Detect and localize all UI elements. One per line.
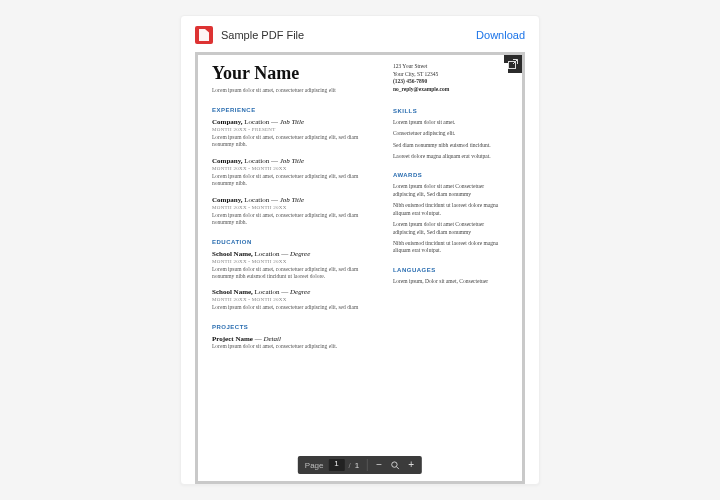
- projects-section: PROJECTS Project Name — Detail Lorem ips…: [212, 324, 379, 350]
- section-title-education: EDUCATION: [212, 239, 379, 245]
- entry-heading: School Name, Location — Degree: [212, 288, 379, 296]
- zoom-in-button[interactable]: +: [404, 458, 418, 472]
- section-title-skills: SKILLS: [393, 108, 508, 114]
- toolbar-divider: [367, 459, 368, 471]
- contact-phone: (123) 456-7890: [393, 78, 508, 86]
- skill-line: Sed diam nonummy nibh euismod tincidunt.: [393, 142, 508, 149]
- zoom-out-button[interactable]: −: [372, 458, 386, 472]
- entry-heading: Project Name — Detail: [212, 335, 379, 343]
- award-line: Lorem ipsum dolor sit amet Consectetuer …: [393, 221, 508, 236]
- skills-section: SKILLS Lorem ipsum dolor sit amet. Conse…: [393, 108, 508, 161]
- contact-block: 123 Your Street Your City, ST 12345 (123…: [393, 63, 508, 94]
- svg-point-1: [392, 461, 397, 466]
- resume-name: Your Name: [212, 63, 379, 84]
- pdf-icon: [195, 26, 213, 44]
- entry-body: Lorem ipsum dolor sit amet, consectetuer…: [212, 266, 379, 281]
- entry-dates: MONTH 20XX - MONTH 20XX: [212, 166, 379, 171]
- card-header: Sample PDF File Download: [181, 16, 539, 52]
- education-entry: School Name, Location — Degree MONTH 20X…: [212, 288, 379, 311]
- experience-entry: Company, Location — Job Title MONTH 20XX…: [212, 118, 379, 149]
- entry-heading: Company, Location — Job Title: [212, 196, 379, 204]
- experience-entry: Company, Location — Job Title MONTH 20XX…: [212, 196, 379, 227]
- languages-line: Lorem ipsum, Dolor sit amet, Consectetue…: [393, 278, 508, 285]
- current-page-input[interactable]: 1: [329, 459, 345, 471]
- awards-section: AWARDS Lorem ipsum dolor sit amet Consec…: [393, 172, 508, 254]
- entry-dates: MONTH 20XX - MONTH 20XX: [212, 205, 379, 210]
- file-title: Sample PDF File: [221, 29, 476, 41]
- entry-body: Lorem ipsum dolor sit amet, consectetuer…: [212, 173, 379, 188]
- page-label: Page: [302, 461, 327, 470]
- experience-section: EXPERIENCE Company, Location — Job Title…: [212, 107, 379, 227]
- award-line: Nibh euismod tincidunt ut laoreet dolore…: [393, 202, 508, 217]
- skill-line: Laoreet dolore magna aliquam erat volutp…: [393, 153, 508, 160]
- project-entry: Project Name — Detail Lorem ipsum dolor …: [212, 335, 379, 350]
- experience-entry: Company, Location — Job Title MONTH 20XX…: [212, 157, 379, 188]
- section-title-projects: PROJECTS: [212, 324, 379, 330]
- pdf-preview-card: Sample PDF File Download Your Name Lorem…: [180, 15, 540, 485]
- entry-dates: MONTH 20XX - MONTH 20XX: [212, 259, 379, 264]
- section-title-awards: AWARDS: [393, 172, 508, 178]
- entry-heading: School Name, Location — Degree: [212, 250, 379, 258]
- document-page: Your Name Lorem ipsum dolor sit amet, co…: [212, 63, 508, 481]
- resume-tagline: Lorem ipsum dolor sit amet, consectetuer…: [212, 87, 379, 93]
- contact-city: Your City, ST 12345: [393, 71, 508, 79]
- svg-line-2: [396, 466, 399, 469]
- pdf-viewer-frame: Your Name Lorem ipsum dolor sit amet, co…: [195, 52, 525, 484]
- section-title-languages: LANGUAGES: [393, 267, 508, 273]
- zoom-button[interactable]: [388, 458, 402, 472]
- languages-section: LANGUAGES Lorem ipsum, Dolor sit amet, C…: [393, 267, 508, 285]
- total-pages: 1: [355, 461, 363, 470]
- side-column: 123 Your Street Your City, ST 12345 (123…: [393, 63, 508, 481]
- popout-icon: [508, 59, 518, 69]
- entry-body: Lorem ipsum dolor sit amet, consectetuer…: [212, 212, 379, 227]
- page-separator: /: [347, 461, 353, 470]
- education-entry: School Name, Location — Degree MONTH 20X…: [212, 250, 379, 281]
- skill-line: Lorem ipsum dolor sit amet.: [393, 119, 508, 126]
- magnifier-icon: [391, 461, 400, 470]
- entry-heading: Company, Location — Job Title: [212, 118, 379, 126]
- section-title-experience: EXPERIENCE: [212, 107, 379, 113]
- award-line: Nibh euismod tincidunt ut laoreet dolore…: [393, 240, 508, 255]
- download-link[interactable]: Download: [476, 29, 525, 41]
- skill-line: Consectetuer adipiscing elit.: [393, 130, 508, 137]
- entry-dates: MONTH 20XX - MONTH 20XX: [212, 297, 379, 302]
- contact-street: 123 Your Street: [393, 63, 508, 71]
- entry-body: Lorem ipsum dolor sit amet, consectetuer…: [212, 343, 379, 350]
- pdf-toolbar: Page 1 / 1 − +: [298, 456, 422, 474]
- entry-dates: MONTH 20XX - PRESENT: [212, 127, 379, 132]
- entry-body: Lorem ipsum dolor sit amet, consectetuer…: [212, 134, 379, 149]
- award-line: Lorem ipsum dolor sit amet Consectetuer …: [393, 183, 508, 198]
- entry-heading: Company, Location — Job Title: [212, 157, 379, 165]
- education-section: EDUCATION School Name, Location — Degree…: [212, 239, 379, 312]
- main-column: Your Name Lorem ipsum dolor sit amet, co…: [212, 63, 379, 481]
- contact-email: no_reply@example.com: [393, 86, 508, 94]
- entry-body: Lorem ipsum dolor sit amet, consectetuer…: [212, 304, 379, 311]
